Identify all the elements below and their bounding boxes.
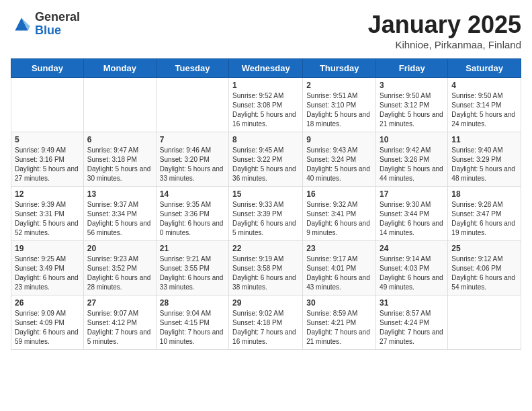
- day-number: 5: [15, 135, 80, 144]
- day-number: 3: [380, 81, 444, 90]
- day-number: 8: [232, 135, 299, 144]
- logo-icon: [11, 13, 32, 35]
- calendar-cell: 21Sunrise: 9:21 AM Sunset: 3:55 PM Dayli…: [156, 241, 228, 295]
- calendar-cell: 25Sunrise: 9:12 AM Sunset: 4:06 PM Dayli…: [448, 241, 521, 295]
- calendar-week-row: 26Sunrise: 9:09 AM Sunset: 4:09 PM Dayli…: [11, 295, 521, 350]
- day-info: Sunrise: 9:51 AM Sunset: 3:10 PM Dayligh…: [306, 91, 372, 129]
- calendar-cell: 15Sunrise: 9:33 AM Sunset: 3:39 PM Dayli…: [229, 187, 303, 241]
- day-info: Sunrise: 9:21 AM Sunset: 3:55 PM Dayligh…: [160, 255, 225, 292]
- logo-blue-text: Blue: [35, 24, 80, 38]
- weekday-header-saturday: Saturday: [448, 59, 521, 78]
- day-number: 29: [232, 298, 299, 308]
- day-number: 15: [232, 189, 299, 199]
- day-number: 31: [380, 298, 444, 308]
- calendar-cell: 16Sunrise: 9:32 AM Sunset: 3:41 PM Dayli…: [303, 187, 376, 241]
- day-info: Sunrise: 9:52 AM Sunset: 3:08 PM Dayligh…: [232, 91, 299, 129]
- calendar-cell: 12Sunrise: 9:39 AM Sunset: 3:31 PM Dayli…: [11, 187, 84, 241]
- calendar-cell: 6Sunrise: 9:47 AM Sunset: 3:18 PM Daylig…: [83, 132, 156, 187]
- day-number: 19: [15, 244, 80, 253]
- calendar-cell: 7Sunrise: 9:46 AM Sunset: 3:20 PM Daylig…: [156, 132, 228, 187]
- day-info: Sunrise: 9:25 AM Sunset: 3:49 PM Dayligh…: [15, 255, 80, 292]
- calendar-cell: 13Sunrise: 9:37 AM Sunset: 3:34 PM Dayli…: [83, 187, 156, 241]
- day-number: 7: [160, 135, 225, 144]
- day-info: Sunrise: 9:45 AM Sunset: 3:22 PM Dayligh…: [232, 146, 299, 183]
- page-header: General Blue January 2025 Kihnioe, Pirka…: [11, 11, 521, 50]
- day-number: 18: [451, 189, 517, 199]
- day-info: Sunrise: 8:59 AM Sunset: 4:21 PM Dayligh…: [306, 309, 372, 347]
- day-number: 27: [87, 298, 152, 308]
- calendar-cell: 26Sunrise: 9:09 AM Sunset: 4:09 PM Dayli…: [11, 295, 84, 350]
- day-number: 10: [380, 135, 444, 144]
- logo-general-text: General: [35, 11, 80, 24]
- weekday-header-tuesday: Tuesday: [156, 59, 228, 78]
- day-info: Sunrise: 9:43 AM Sunset: 3:24 PM Dayligh…: [306, 146, 372, 183]
- calendar-cell: 30Sunrise: 8:59 AM Sunset: 4:21 PM Dayli…: [303, 295, 376, 350]
- day-info: Sunrise: 9:02 AM Sunset: 4:18 PM Dayligh…: [232, 309, 299, 347]
- weekday-header-sunday: Sunday: [11, 59, 84, 78]
- calendar-cell: 22Sunrise: 9:19 AM Sunset: 3:58 PM Dayli…: [229, 241, 303, 295]
- day-info: Sunrise: 9:49 AM Sunset: 3:16 PM Dayligh…: [15, 146, 80, 183]
- calendar-cell: 2Sunrise: 9:51 AM Sunset: 3:10 PM Daylig…: [303, 78, 376, 132]
- day-info: Sunrise: 9:50 AM Sunset: 3:12 PM Dayligh…: [380, 91, 444, 129]
- calendar-cell: [83, 78, 156, 132]
- day-info: Sunrise: 9:35 AM Sunset: 3:36 PM Dayligh…: [160, 200, 225, 238]
- calendar-cell: 11Sunrise: 9:40 AM Sunset: 3:29 PM Dayli…: [448, 132, 521, 187]
- day-info: Sunrise: 9:32 AM Sunset: 3:41 PM Dayligh…: [306, 200, 372, 238]
- day-number: 4: [451, 81, 517, 90]
- day-info: Sunrise: 9:46 AM Sunset: 3:20 PM Dayligh…: [160, 146, 225, 183]
- day-info: Sunrise: 9:33 AM Sunset: 3:39 PM Dayligh…: [232, 200, 299, 238]
- weekday-header-friday: Friday: [376, 59, 448, 78]
- day-info: Sunrise: 9:37 AM Sunset: 3:34 PM Dayligh…: [87, 200, 152, 238]
- day-info: Sunrise: 9:28 AM Sunset: 3:47 PM Dayligh…: [451, 200, 517, 238]
- day-number: 12: [15, 189, 80, 199]
- calendar-cell: 20Sunrise: 9:23 AM Sunset: 3:52 PM Dayli…: [83, 241, 156, 295]
- calendar-cell: 18Sunrise: 9:28 AM Sunset: 3:47 PM Dayli…: [448, 187, 521, 241]
- calendar-cell: 1Sunrise: 9:52 AM Sunset: 3:08 PM Daylig…: [229, 78, 303, 132]
- calendar-header: SundayMondayTuesdayWednesdayThursdayFrid…: [11, 59, 521, 78]
- weekday-header-wednesday: Wednesday: [229, 59, 303, 78]
- logo: General Blue: [11, 11, 80, 38]
- day-info: Sunrise: 9:39 AM Sunset: 3:31 PM Dayligh…: [15, 200, 80, 238]
- weekday-header-row: SundayMondayTuesdayWednesdayThursdayFrid…: [11, 59, 521, 78]
- day-number: 17: [380, 189, 444, 199]
- calendar-cell: 19Sunrise: 9:25 AM Sunset: 3:49 PM Dayli…: [11, 241, 84, 295]
- title-section: January 2025 Kihnioe, Pirkanmaa, Finland: [368, 11, 521, 50]
- day-number: 13: [87, 189, 152, 199]
- day-info: Sunrise: 9:47 AM Sunset: 3:18 PM Dayligh…: [87, 146, 152, 183]
- day-number: 20: [87, 244, 152, 253]
- month-title: January 2025: [368, 11, 521, 39]
- day-number: 26: [15, 298, 80, 308]
- location-subtitle: Kihnioe, Pirkanmaa, Finland: [368, 39, 521, 50]
- day-number: 6: [87, 135, 152, 144]
- day-number: 2: [306, 81, 372, 90]
- calendar-cell: [156, 78, 228, 132]
- day-number: 16: [306, 189, 372, 199]
- calendar-cell: 17Sunrise: 9:30 AM Sunset: 3:44 PM Dayli…: [376, 187, 448, 241]
- day-info: Sunrise: 9:12 AM Sunset: 4:06 PM Dayligh…: [451, 255, 517, 292]
- day-number: 11: [451, 135, 517, 144]
- day-info: Sunrise: 9:42 AM Sunset: 3:26 PM Dayligh…: [380, 146, 444, 183]
- day-number: 14: [160, 189, 225, 199]
- day-number: 24: [380, 244, 444, 253]
- calendar-cell: 5Sunrise: 9:49 AM Sunset: 3:16 PM Daylig…: [11, 132, 84, 187]
- calendar-table: SundayMondayTuesdayWednesdayThursdayFrid…: [11, 58, 521, 350]
- calendar-week-row: 1Sunrise: 9:52 AM Sunset: 3:08 PM Daylig…: [11, 78, 521, 132]
- calendar-cell: 3Sunrise: 9:50 AM Sunset: 3:12 PM Daylig…: [376, 78, 448, 132]
- weekday-header-thursday: Thursday: [303, 59, 376, 78]
- day-number: 1: [232, 81, 299, 90]
- calendar-cell: 27Sunrise: 9:07 AM Sunset: 4:12 PM Dayli…: [83, 295, 156, 350]
- day-info: Sunrise: 9:30 AM Sunset: 3:44 PM Dayligh…: [380, 200, 444, 238]
- day-info: Sunrise: 9:09 AM Sunset: 4:09 PM Dayligh…: [15, 309, 80, 347]
- calendar-cell: 28Sunrise: 9:04 AM Sunset: 4:15 PM Dayli…: [156, 295, 228, 350]
- calendar-body: 1Sunrise: 9:52 AM Sunset: 3:08 PM Daylig…: [11, 78, 521, 350]
- day-number: 21: [160, 244, 225, 253]
- day-info: Sunrise: 9:07 AM Sunset: 4:12 PM Dayligh…: [87, 309, 152, 347]
- calendar-week-row: 19Sunrise: 9:25 AM Sunset: 3:49 PM Dayli…: [11, 241, 521, 295]
- calendar-cell: 24Sunrise: 9:14 AM Sunset: 4:03 PM Dayli…: [376, 241, 448, 295]
- calendar-cell: 14Sunrise: 9:35 AM Sunset: 3:36 PM Dayli…: [156, 187, 228, 241]
- calendar-week-row: 5Sunrise: 9:49 AM Sunset: 3:16 PM Daylig…: [11, 132, 521, 187]
- day-info: Sunrise: 9:40 AM Sunset: 3:29 PM Dayligh…: [451, 146, 517, 183]
- day-number: 9: [306, 135, 372, 144]
- calendar-cell: 31Sunrise: 8:57 AM Sunset: 4:24 PM Dayli…: [376, 295, 448, 350]
- day-info: Sunrise: 9:23 AM Sunset: 3:52 PM Dayligh…: [87, 255, 152, 292]
